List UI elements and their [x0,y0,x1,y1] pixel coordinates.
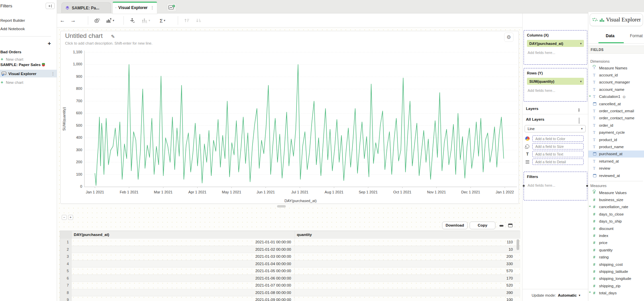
add-workbook-button[interactable]: + [48,40,51,47]
line-chart-plot[interactable] [84,50,517,188]
cell-quantity[interactable]: 390 [294,289,520,297]
sidebar-item-new-chart-1[interactable]: +New chart [1,57,23,62]
field-item-account-name[interactable]: Taccount_name [588,86,644,93]
cell-quantity[interactable]: 570 [294,267,520,275]
field-item-reviewed-at[interactable]: reviewed_at [588,172,644,179]
sidebar-item-bad-orders[interactable]: Bad Orders [0,50,21,54]
expand-table-icon[interactable] [508,224,513,227]
cell-date[interactable]: 2021-01-09 00:00:00 [71,296,294,301]
filters-add-fields-placeholder[interactable]: Add fields here... [527,183,584,187]
cell-quantity[interactable]: 100 [294,296,520,301]
columns-x-panel[interactable]: Columns (X) DAY(purchased_at) ▾ Add fiel… [524,30,587,65]
field-item-account-id[interactable]: Taccount_id [588,71,644,78]
field-item-quantity[interactable]: #quantity [588,246,644,253]
table-row-1[interactable]: 12021-01-01 00:00:00110 [60,239,520,246]
tab-sample-paper-sales[interactable]: SAMPLE: Pa... [61,2,111,13]
cell-date[interactable]: 2021-01-03 00:00:00 [71,253,294,260]
cell-date[interactable]: 2021-01-08 00:00:00 [71,289,294,297]
field-item-account-manager[interactable]: Taccount_manager [588,79,644,86]
field-item-order-contact-name[interactable]: Torder_contact_name [588,115,644,122]
edit-title-pencil-icon[interactable]: ✎ [111,34,115,39]
add-field-to-color-target[interactable]: Add a field to Color [532,135,584,142]
rows-add-fields-placeholder[interactable]: Add fields here... [527,88,584,93]
cell-date[interactable]: 2021-01-06 00:00:00 [71,275,294,282]
mark-type-select[interactable]: Line ▾ [525,125,586,132]
download-button[interactable]: Download [442,222,468,229]
duplicate-element-button[interactable] [94,13,101,27]
chart-card[interactable]: Untitled chart ✎ Click to add chart desc… [60,31,519,204]
chart-settings-button[interactable]: ⚙ [504,33,514,42]
columns-add-fields-placeholder[interactable]: Add fields here... [527,51,584,55]
cell-quantity[interactable]: 200 [294,253,520,260]
cell-quantity[interactable]: 330 [294,260,520,268]
field-item-measure-values[interactable]: #Measure Values [588,189,644,196]
chart-type-menu-button[interactable]: ▾ [106,13,114,27]
field-item-cancelled-at[interactable]: cancelled_at [588,100,644,107]
add-field-to-text-target[interactable]: Add a field to Text [532,151,584,157]
field-item-discount[interactable]: #discount [588,225,644,232]
column-header-quantity[interactable]: quantity [294,231,520,239]
layers-info-icon[interactable]: i [578,106,580,112]
cell-quantity[interactable]: 10 [294,246,520,253]
collapse-table-icon[interactable] [499,225,503,227]
caret-down-icon[interactable]: ▾ [580,42,582,45]
columns-x-field-pill[interactable]: DAY(purchased_at) ▾ [527,40,584,47]
cell-date[interactable]: 2021-01-02 00:00:00 [71,246,294,253]
field-item-shipping-longitude[interactable]: #shipping_longitude [588,275,644,282]
table-row-6[interactable]: 62021-01-06 00:00:00170 [60,275,520,282]
field-item-index[interactable]: #index [588,232,644,239]
field-item-days-to-close[interactable]: #days_to_close [588,210,644,218]
field-item-order-id[interactable]: Torder_id [588,122,644,129]
collapse-sidebar-button[interactable] [46,3,55,9]
table-scrollbar-thumb[interactable] [517,239,519,250]
tab-visual-explorer[interactable]: Visual Explorer ⋮ [113,2,157,14]
field-item-payment-cycle[interactable]: Tpayment_cycle [588,129,644,136]
quantity-line-series[interactable] [95,65,504,186]
field-item-shipping-zip[interactable]: #shipping_zip [588,282,644,289]
sidebar-item-visual-explorer[interactable]: Visual Explorer ⋮ [0,70,57,77]
table-row-8[interactable]: 82021-01-08 00:00:00390 [60,289,520,297]
table-row-3[interactable]: 32021-01-03 00:00:00200 [60,253,520,260]
sidebar-item-new-chart-2[interactable]: +New chart [1,80,23,85]
add-field-to-detail-target[interactable]: Add a field to Detail [532,159,584,165]
rows-y-field-pill[interactable]: SUM(quantity) ▾ [527,78,584,85]
field-item-purchased-at[interactable]: purchased_at [588,150,644,158]
collapse-layers-chevron-icon[interactable] [579,118,579,124]
add-field-to-size-target[interactable]: Add a field to Size [532,143,584,149]
sidebar-item-report-builder[interactable]: Report Builder [0,18,25,22]
back-button[interactable]: ← [60,13,65,27]
cell-date[interactable]: 2021-01-04 00:00:00 [71,260,294,268]
field-item-returned-at[interactable]: Treturned_at [588,158,644,165]
field-item-review[interactable]: Treview [588,165,644,172]
sidebar-item-sample-paper-sales[interactable]: SAMPLE: Paper Sales [0,63,45,67]
field-item-product-name[interactable]: Tproduct_name [588,143,644,150]
caret-down-icon[interactable]: ▾ [579,294,580,297]
add-page-button[interactable] [167,3,177,12]
filters-panel[interactable]: Filters Add fields here... [524,172,587,200]
update-mode-value[interactable]: Automatic [558,293,577,297]
table-row-2[interactable]: 22021-01-02 00:00:0010 [60,246,520,253]
caret-down-icon[interactable]: ▾ [580,80,582,83]
field-item-product-id[interactable]: Tproduct_id [588,136,644,143]
table-row-5[interactable]: 52021-01-05 00:00:00570 [60,267,520,275]
field-item-rating[interactable]: #rating [588,254,644,261]
tab-data[interactable]: Data [606,34,614,38]
sidebar-item-add-notebook[interactable]: Add Notebook [0,27,25,31]
tab-format[interactable]: Format [630,34,643,38]
move-axes-button[interactable] [129,13,135,27]
cell-date[interactable]: 2021-01-07 00:00:00 [71,282,294,289]
tab-kebab-menu-icon[interactable]: ⋮ [150,5,154,10]
column-header-date[interactable]: DAY(purchased_at) [71,231,294,239]
field-item-days-to-ship[interactable]: #days_to_ship [588,218,644,225]
kebab-menu-icon[interactable]: ⋮ [51,71,55,76]
cell-quantity[interactable]: 110 [294,239,520,246]
table-row-7[interactable]: 72021-01-07 00:00:00520 [60,282,520,289]
panel-resize-handle[interactable] [277,205,286,207]
cell-quantity[interactable]: 520 [294,282,520,289]
chart-description-placeholder[interactable]: Click to add chart description. Shift-en… [65,41,152,45]
forward-button[interactable]: → [70,13,76,27]
field-item-calculation1[interactable]: =TCalculation1 ◎ [588,93,644,100]
cell-date[interactable]: 2021-01-05 00:00:00 [71,267,294,275]
table-row-4[interactable]: 42021-01-04 00:00:00330 [60,260,520,268]
field-item-cancellation-rate[interactable]: =#cancellation_rate [588,203,644,210]
